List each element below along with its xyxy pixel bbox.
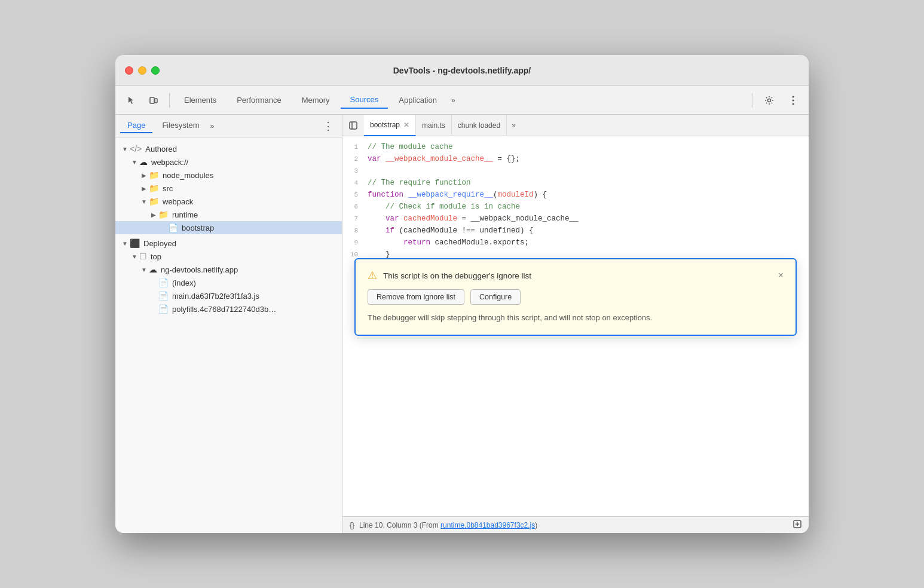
arrow-top: ▼ xyxy=(130,253,139,260)
tree-item-deployed[interactable]: ▼ ⬛ Deployed xyxy=(115,237,342,250)
tree-item-bootstrap[interactable]: ▶ 📄 bootstrap xyxy=(115,221,342,234)
deployed-label: Deployed xyxy=(143,239,176,248)
svg-point-3 xyxy=(793,96,794,97)
code-line-2: 2 var __webpack_module_cache__ = {}; xyxy=(342,153,809,165)
traffic-lights xyxy=(125,66,160,75)
titlebar: DevTools - ng-devtools.netlify.app/ xyxy=(115,55,809,86)
popup-close-button[interactable]: × xyxy=(778,271,784,280)
top-label: top xyxy=(151,252,161,261)
tree-item-top[interactable]: ▼ ☐ top xyxy=(115,250,342,263)
devtools-window: DevTools - ng-devtools.netlify.app/ Elem… xyxy=(115,55,809,533)
code-content-3 xyxy=(368,165,372,177)
tree-item-node-modules[interactable]: ▶ 📁 node_modules xyxy=(115,169,342,182)
tree-item-polyfills[interactable]: ▶ 📄 polyfills.4c768d7122740d3b… xyxy=(115,302,342,316)
code-content-4: // The require function xyxy=(368,177,471,189)
status-right xyxy=(793,520,801,530)
code-content-2: var __webpack_module_cache__ = {}; xyxy=(368,153,520,165)
ng-devtools-label: ng-devtools.netlify.app xyxy=(161,265,238,274)
tree-item-webpack-folder[interactable]: ▼ 📁 webpack xyxy=(115,195,342,208)
file-tab-main-ts[interactable]: main.ts xyxy=(416,115,452,136)
configure-button[interactable]: Configure xyxy=(470,289,521,305)
status-position: Line 10, Column 3 (From runtime.0b841bad… xyxy=(359,521,537,529)
tree-item-webpack-root[interactable]: ▼ ☁ webpack:// xyxy=(115,155,342,169)
source-link[interactable]: runtime.0b841bad3967f3c2.js xyxy=(440,521,535,529)
remove-from-ignore-list-button[interactable]: Remove from ignore list xyxy=(368,289,464,305)
code-line-9: 9 return cachedModule.exports; xyxy=(342,237,809,249)
device-toolbar-button[interactable] xyxy=(143,90,164,111)
tab-performance[interactable]: Performance xyxy=(227,92,290,108)
popup-header: ⚠ This script is on the debugger's ignor… xyxy=(368,269,784,282)
status-braces: {} xyxy=(350,521,354,529)
popup-description: The debugger will skip stepping through … xyxy=(368,312,784,324)
arrow-webpack-folder: ▼ xyxy=(139,198,149,205)
folder-icon-node-modules: 📁 xyxy=(149,170,159,180)
code-line-1: 1 // The module cache xyxy=(342,141,809,153)
format-icon[interactable] xyxy=(793,520,801,528)
collapse-panel-button[interactable] xyxy=(345,117,362,134)
minimize-button[interactable] xyxy=(138,66,146,75)
gear-icon xyxy=(764,96,774,105)
line-number-4: 4 xyxy=(342,178,368,189)
line-number-8: 8 xyxy=(342,226,368,237)
toolbar-separator xyxy=(752,93,752,108)
code-line-4: 4 // The require function xyxy=(342,177,809,189)
line-col-info: Line 10, Column 3 xyxy=(359,521,417,529)
popup-title: This script is on the debugger's ignore … xyxy=(383,271,772,280)
file-icon-polyfills: 📄 xyxy=(158,304,169,314)
device-icon xyxy=(149,96,158,105)
window-title: DevTools - ng-devtools.netlify.app/ xyxy=(393,66,531,75)
folder-icon-src: 📁 xyxy=(149,183,159,193)
tree-item-ng-devtools[interactable]: ▼ ☁ ng-devtools.netlify.app xyxy=(115,263,342,276)
tree-item-index[interactable]: ▶ 📄 (index) xyxy=(115,276,342,289)
tree-item-main-js[interactable]: ▶ 📄 main.da63f7b2fe3f1fa3.js xyxy=(115,289,342,302)
arrow-webpack: ▼ xyxy=(130,159,139,166)
folder-icon-runtime: 📁 xyxy=(158,210,169,219)
tab-sources[interactable]: Sources xyxy=(341,91,388,109)
file-tab-bootstrap[interactable]: bootstrap ✕ xyxy=(364,115,416,136)
main-js-label: main.da63f7b2fe3f1fa3.js xyxy=(172,292,259,301)
line-number-3: 3 xyxy=(342,166,368,177)
tabs-more-button[interactable]: » xyxy=(448,94,459,107)
close-button[interactable] xyxy=(125,66,133,75)
sidebar-menu-button[interactable]: ⋮ xyxy=(319,118,337,134)
svg-rect-6 xyxy=(350,122,357,129)
sidebar-tab-bar: Page Filesystem » ⋮ xyxy=(115,115,342,137)
sidebar-tabs-more[interactable]: » xyxy=(210,122,215,130)
arrow-runtime: ▶ xyxy=(149,212,158,218)
box-icon-top: ☐ xyxy=(139,252,147,261)
index-label: (index) xyxy=(172,278,196,287)
file-icon-main-js: 📄 xyxy=(158,291,169,301)
status-bar: {} Line 10, Column 3 (From runtime.0b841… xyxy=(342,516,809,533)
inspect-element-button[interactable] xyxy=(120,90,142,111)
src-label: src xyxy=(163,184,173,193)
tab-application[interactable]: Application xyxy=(389,92,446,108)
tree-item-src[interactable]: ▶ 📁 src xyxy=(115,182,342,195)
file-tab-chunk[interactable]: chunk loaded xyxy=(452,115,507,136)
toolbar-right xyxy=(748,90,804,111)
three-dots-icon xyxy=(792,96,794,105)
file-tab-main-ts-label: main.ts xyxy=(422,121,445,130)
from-label: From xyxy=(422,521,439,529)
arrow-authored: ▼ xyxy=(120,146,130,152)
tree-item-runtime[interactable]: ▶ 📁 runtime xyxy=(115,208,342,221)
node-modules-label: node_modules xyxy=(163,171,213,180)
code-content-6: // Check if module is in cache xyxy=(368,201,520,213)
file-tab-bootstrap-label: bootstrap xyxy=(370,121,400,129)
line-number-6: 6 xyxy=(342,202,368,213)
file-tabs-more[interactable]: » xyxy=(507,119,521,132)
more-options-button[interactable] xyxy=(782,90,804,111)
settings-button[interactable] xyxy=(758,90,780,111)
file-tab-bootstrap-close[interactable]: ✕ xyxy=(403,121,409,128)
svg-rect-1 xyxy=(155,99,157,103)
code-line-8: 8 if (cachedModule !== undefined) { xyxy=(342,225,809,237)
code-content-8: if (cachedModule !== undefined) { xyxy=(368,225,534,237)
tab-elements[interactable]: Elements xyxy=(175,92,226,108)
file-icon-index: 📄 xyxy=(158,278,169,287)
tab-separator xyxy=(169,93,170,108)
tree-item-authored[interactable]: ▼ </> Authored xyxy=(115,142,342,155)
maximize-button[interactable] xyxy=(151,66,160,75)
code-line-5: 5 function __webpack_require__(moduleId)… xyxy=(342,189,809,201)
tab-memory[interactable]: Memory xyxy=(292,92,339,108)
sidebar-tab-filesystem[interactable]: Filesystem xyxy=(155,118,206,133)
sidebar-tab-page[interactable]: Page xyxy=(120,118,152,133)
